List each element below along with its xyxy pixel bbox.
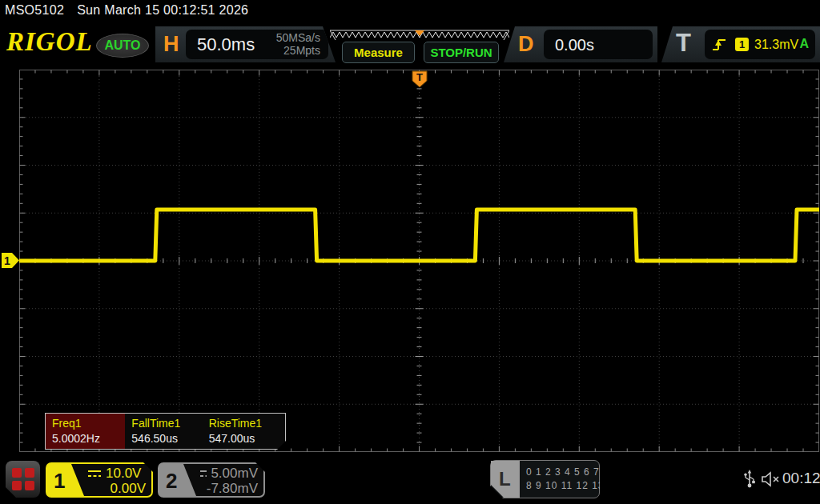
oscilloscope-screen: MSO5102Sun March 15 00:12:51 2026 RIGOL … bbox=[0, 0, 820, 504]
channel2-offset: -7.80mV bbox=[199, 481, 258, 496]
timebase-value: 50.0ms bbox=[197, 34, 255, 55]
usb-icon bbox=[743, 469, 756, 490]
trigger-slope-rising-icon bbox=[711, 37, 727, 53]
delay-label: D bbox=[518, 32, 534, 57]
channel1-info: 10.0V 0.00V bbox=[87, 466, 146, 494]
status-bar: MSO5102Sun March 15 00:12:51 2026 bbox=[5, 3, 248, 18]
horizontal-label: H bbox=[163, 32, 179, 57]
channel2-scale: 5.00mV bbox=[211, 466, 258, 482]
channel1-number: 1 bbox=[54, 469, 65, 494]
measurement-value: 547.00us bbox=[209, 432, 285, 445]
acquisition-info: 50MSa/s 25Mpts bbox=[276, 31, 320, 57]
channel2-info: 5.00mV -7.80mV bbox=[199, 466, 258, 494]
channel1-scale: 10.0V bbox=[106, 466, 141, 482]
menu-grid-icon bbox=[12, 468, 34, 490]
rigol-logo: RIGOL bbox=[6, 27, 93, 57]
model-label: MSO5102 bbox=[5, 3, 64, 17]
trigger-mode-auto: A bbox=[799, 37, 809, 51]
measurement-falltime1[interactable]: FallTime1 546.50us bbox=[125, 414, 202, 449]
delay-value: 0.00s bbox=[555, 36, 594, 54]
trigger-level-value: 31.3mV bbox=[754, 38, 798, 52]
trigger-t-marker-icon[interactable]: T bbox=[412, 70, 428, 88]
logic-channels-row1: 0 1 2 3 4 5 6 7 bbox=[526, 466, 636, 479]
measurement-label: FallTime1 bbox=[131, 417, 202, 430]
memory-depth: 25Mpts bbox=[276, 44, 320, 57]
measurement-value: 546.50us bbox=[131, 432, 202, 445]
auto-mode-button[interactable]: AUTO bbox=[96, 34, 149, 58]
dc-coupling-icon bbox=[87, 469, 102, 478]
waveform-preview-strip[interactable] bbox=[330, 28, 509, 41]
logic-channel-list: 0 1 2 3 4 5 6 7 8 9 10 11 12 13 14 15 bbox=[526, 466, 636, 493]
measurement-label: Freq1 bbox=[52, 417, 125, 430]
svg-text:T: T bbox=[416, 71, 423, 83]
trigger-settings-box: 1 31.3mV A bbox=[705, 30, 815, 59]
channel1-offset: 0.00V bbox=[87, 481, 146, 496]
measure-button[interactable]: Measure bbox=[342, 42, 415, 63]
measurement-panel[interactable]: Freq1 5.0002Hz FallTime1 546.50us RiseTi… bbox=[45, 413, 286, 450]
logic-label: L bbox=[499, 468, 511, 490]
speaker-muted-icon[interactable] bbox=[761, 471, 782, 487]
datetime-label: Sun March 15 00:12:51 2026 bbox=[77, 3, 248, 17]
waveform-display-grid[interactable] bbox=[19, 70, 819, 452]
channel2-tab bbox=[159, 464, 196, 496]
delay-value-box: 0.00s bbox=[544, 30, 653, 59]
measurement-value: 5.0002Hz bbox=[52, 432, 125, 445]
svg-text:1: 1 bbox=[4, 254, 10, 267]
channel2-button[interactable]: 2 5.00mV -7.80mV bbox=[158, 462, 265, 498]
measurement-label: RiseTime1 bbox=[209, 417, 285, 430]
measurement-risetime1[interactable]: RiseTime1 547.00us bbox=[203, 414, 285, 449]
logic-channels-row2: 8 9 10 11 12 13 14 15 bbox=[526, 479, 636, 493]
logic-analyzer-button[interactable]: L 0 1 2 3 4 5 6 7 8 9 10 11 12 13 14 15 bbox=[490, 460, 600, 498]
horizontal-settings-box: 50.0ms 50MSa/s 25Mpts bbox=[186, 30, 328, 59]
ch1-level-marker-icon[interactable]: 1 bbox=[1, 251, 20, 270]
channel1-button[interactable]: 1 10.0V 0.00V bbox=[46, 462, 153, 498]
trigger-label: T bbox=[676, 29, 691, 58]
horizontal-panel[interactable]: H 50.0ms 50MSa/s 25Mpts bbox=[155, 26, 336, 62]
menu-button[interactable] bbox=[6, 461, 40, 498]
channel1-tab bbox=[47, 464, 84, 496]
dc-coupling-icon bbox=[199, 469, 207, 478]
trigger-panel[interactable]: T 1 31.3mV A bbox=[661, 26, 820, 62]
run-stop-button[interactable]: STOP/RUN bbox=[424, 42, 499, 63]
sample-rate: 50MSa/s bbox=[276, 31, 320, 44]
clock-label: 00:12 bbox=[782, 470, 820, 487]
delay-panel[interactable]: D 0.00s bbox=[504, 26, 657, 62]
trigger-position-marker-icon[interactable] bbox=[415, 30, 424, 36]
trigger-source-badge: 1 bbox=[735, 38, 749, 51]
measurement-freq1[interactable]: Freq1 5.0002Hz bbox=[46, 414, 125, 449]
channel2-number: 2 bbox=[166, 469, 177, 494]
